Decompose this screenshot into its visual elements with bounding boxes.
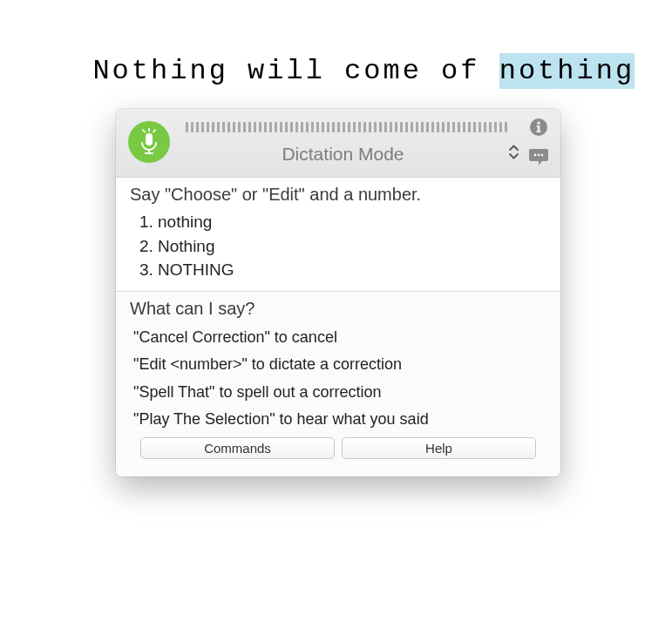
tip-item: "Edit <number>" to dictate a correction xyxy=(130,351,546,379)
svg-rect-10 xyxy=(536,131,541,132)
chevron-up-icon xyxy=(509,145,519,152)
choices-section: Say "Choose" or "Edit" and a number. not… xyxy=(116,178,560,291)
tip-item: "Cancel Correction" to cancel xyxy=(130,324,546,352)
dictated-text-selection[interactable]: nothing xyxy=(499,53,635,89)
tips-list: "Cancel Correction" to cancel "Edit <num… xyxy=(130,324,546,434)
dictation-panel-header: Dictation Mode xyxy=(116,109,560,178)
choices-list: nothing Nothing NOTHING xyxy=(130,210,546,282)
choice-item[interactable]: Nothing xyxy=(158,234,546,259)
speech-bubble-icon[interactable] xyxy=(527,145,550,168)
svg-point-11 xyxy=(534,154,537,157)
dictated-text: Nothing will come of nothing xyxy=(54,23,635,87)
help-button[interactable]: Help xyxy=(342,437,536,459)
commands-button[interactable]: Commands xyxy=(140,437,335,459)
chevron-down-icon xyxy=(509,152,519,160)
mode-title: Dictation Mode xyxy=(186,140,500,165)
audio-level-meter xyxy=(186,120,519,132)
svg-rect-0 xyxy=(146,133,153,145)
info-icon[interactable] xyxy=(527,116,550,138)
choice-item[interactable]: nothing xyxy=(158,210,546,234)
help-heading: What can I say? xyxy=(130,299,546,319)
panel-footer: Commands Help xyxy=(130,434,546,471)
svg-line-4 xyxy=(143,130,145,132)
microphone-icon[interactable] xyxy=(128,121,170,163)
help-section: What can I say? "Cancel Correction" to c… xyxy=(116,291,560,476)
svg-point-13 xyxy=(541,154,544,157)
mode-stepper[interactable] xyxy=(509,145,519,160)
choices-heading: Say "Choose" or "Edit" and a number. xyxy=(130,185,546,205)
tip-item: "Play The Selection" to hear what you sa… xyxy=(130,406,546,434)
tip-item: "Spell That" to spell out a correction xyxy=(130,379,546,407)
choice-item[interactable]: NOTHING xyxy=(158,258,546,282)
svg-point-7 xyxy=(537,122,540,125)
svg-point-12 xyxy=(538,154,540,157)
dictated-text-plain: Nothing will come of xyxy=(92,55,499,87)
dictation-panel: Dictation Mode xyxy=(116,109,560,476)
svg-line-5 xyxy=(153,130,155,132)
